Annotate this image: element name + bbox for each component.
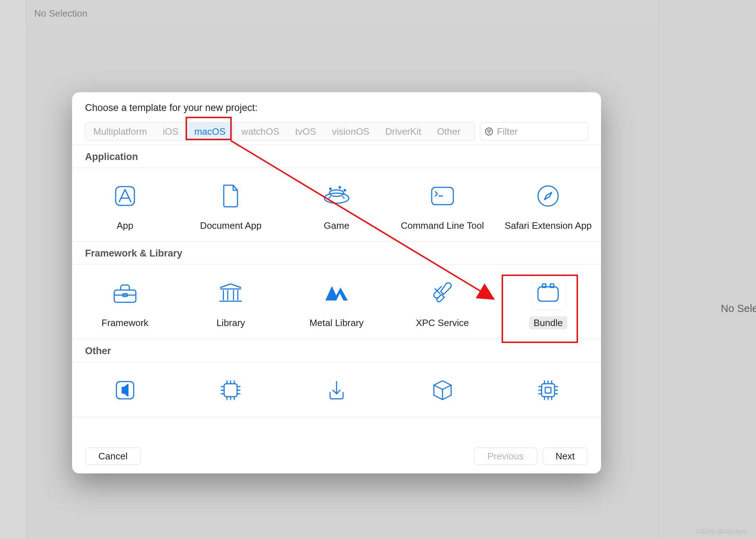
template-xpc-service[interactable]: XPC Service — [390, 264, 495, 339]
audio-mac-icon — [108, 373, 142, 407]
terminal-icon — [425, 179, 460, 213]
framework-grid: Framework Library — [72, 264, 601, 339]
template-label: Game — [324, 220, 350, 232]
template-metal-library[interactable]: Metal Library — [284, 264, 390, 339]
tab-multiplatform[interactable]: Multiplatform — [85, 122, 155, 141]
svg-point-5 — [324, 193, 349, 203]
cancel-button[interactable]: Cancel — [85, 447, 141, 465]
section-header-application: Application — [72, 145, 601, 168]
xpc-icon — [425, 276, 460, 311]
previous-button[interactable]: Previous — [474, 447, 537, 465]
platform-tabs: Multiplatform iOS macOS watchOS tvOS vis… — [85, 122, 475, 141]
template-label: App — [117, 220, 133, 232]
compass-icon — [531, 179, 565, 213]
template-bundle[interactable]: Bundle — [495, 264, 601, 339]
template-label: Metal Library — [310, 317, 364, 329]
template-command-line-tool[interactable]: Command Line Tool — [390, 168, 495, 241]
template-label: Safari Extension App — [505, 220, 592, 232]
svg-rect-26 — [542, 284, 546, 288]
header-bar — [27, 0, 658, 27]
document-icon — [213, 179, 248, 213]
template-label: Framework — [102, 317, 148, 329]
pathbar-no-selection: No Selection — [34, 8, 87, 19]
bundle-icon — [531, 275, 565, 310]
other-grid — [72, 362, 601, 417]
filter-input[interactable] — [497, 126, 583, 137]
filter-box[interactable] — [480, 122, 588, 141]
watermark: CSDN @laluckys — [696, 528, 746, 535]
template-document-app[interactable]: Document App — [178, 168, 284, 241]
tabs-and-filter-row: Multiplatform iOS macOS watchOS tvOS vis… — [72, 122, 601, 141]
svg-line-10 — [329, 197, 330, 198]
svg-point-14 — [538, 186, 558, 206]
game-icon — [319, 179, 354, 213]
download-icon — [319, 373, 354, 407]
metal-icon — [319, 276, 354, 311]
tab-driverkit[interactable]: DriverKit — [377, 122, 429, 141]
template-label: XPC Service — [416, 317, 469, 329]
template-label: Bundle — [529, 316, 567, 330]
filter-icon — [485, 127, 493, 136]
inspector-no-selection: No Selec — [721, 303, 756, 315]
template-app[interactable]: App — [72, 168, 178, 241]
template-library[interactable]: Library — [178, 264, 284, 339]
template-safari-extension-app[interactable]: Safari Extension App — [495, 168, 601, 241]
sheet-footer: Cancel Previous Next — [72, 441, 601, 465]
template-framework[interactable]: Framework — [72, 264, 178, 339]
tab-watchos[interactable]: watchOS — [234, 122, 288, 141]
template-other-3[interactable] — [284, 362, 390, 417]
tab-other[interactable]: Other — [429, 122, 468, 141]
inspector-panel: No Selec — [658, 0, 756, 539]
svg-point-8 — [339, 187, 341, 188]
package-icon — [425, 373, 460, 407]
next-button[interactable]: Next — [542, 447, 588, 465]
template-other-2[interactable] — [178, 362, 284, 417]
svg-point-7 — [330, 188, 331, 190]
application-grid: App Document App — [72, 168, 601, 241]
template-label: Command Line Tool — [401, 220, 484, 232]
template-label: Document App — [200, 220, 262, 232]
template-game[interactable]: Game — [284, 168, 390, 241]
svg-rect-44 — [542, 384, 555, 397]
template-other-5[interactable] — [495, 362, 601, 417]
new-project-sheet: Choose a template for your new project: … — [72, 92, 601, 473]
svg-rect-27 — [550, 284, 554, 288]
section-header-framework: Framework & Library — [72, 241, 601, 264]
tab-macos[interactable]: macOS — [186, 122, 234, 141]
template-sections: Application App Document A — [72, 144, 601, 441]
svg-rect-25 — [538, 287, 558, 301]
template-other-4[interactable] — [390, 362, 495, 417]
section-header-other: Other — [72, 339, 601, 362]
app-icon — [108, 179, 142, 213]
chip2-icon — [531, 373, 565, 407]
svg-point-9 — [344, 190, 346, 191]
left-gutter — [0, 0, 27, 539]
svg-rect-29 — [224, 384, 237, 397]
template-other-1[interactable] — [72, 362, 178, 417]
library-icon — [213, 276, 248, 311]
svg-rect-45 — [545, 387, 551, 393]
tab-visionos[interactable]: visionOS — [324, 122, 377, 141]
svg-line-11 — [343, 197, 344, 198]
toolbox-icon — [108, 276, 142, 311]
sheet-title: Choose a template for your new project: — [72, 102, 601, 122]
tab-tvos[interactable]: tvOS — [287, 122, 324, 141]
chip-icon — [213, 373, 248, 407]
tab-ios[interactable]: iOS — [155, 122, 186, 141]
template-label: Library — [217, 317, 245, 329]
